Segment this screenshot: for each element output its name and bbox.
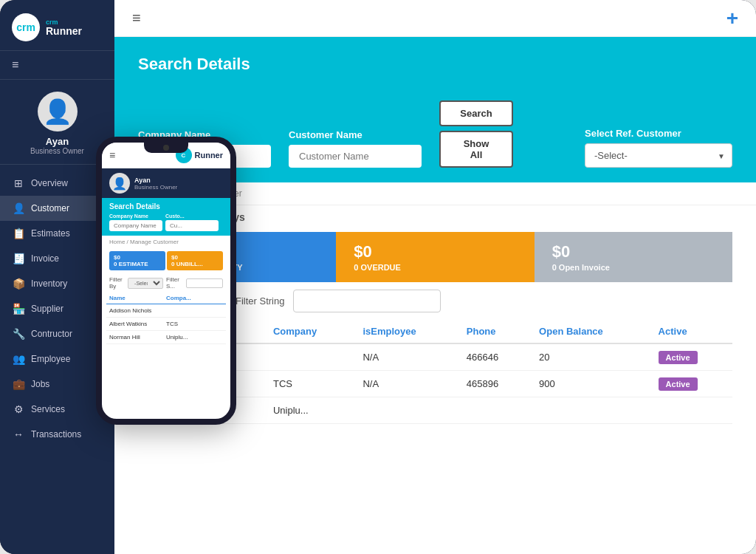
customer-name-label: Customer Name [289, 129, 422, 140]
sidebar-item-label: Inventory [31, 278, 67, 289]
cell-balance-2 [530, 397, 649, 424]
phone-filter-str-label: Filter S... [166, 276, 183, 290]
stat-box-open-invoice: $0 0 Open Invoice [535, 232, 732, 282]
phone-menu-icon[interactable]: ≡ [109, 149, 115, 161]
sidebar-hamburger[interactable]: ≡ [0, 51, 114, 80]
cell-isemployee-0: N/A [354, 343, 457, 371]
phone-table-row[interactable]: Norman Hill Uniplu... [106, 331, 226, 344]
phone-logo-text: Runner [195, 151, 224, 160]
logo-runner-label: Runner [46, 26, 82, 36]
stat-box-overdue: $0 0 OVERDUE [336, 232, 534, 282]
phone-filter-select[interactable]: -Select- [128, 278, 163, 289]
col-header-phone: Phone [458, 320, 530, 343]
phone-col-name: Name [109, 295, 166, 301]
employee-icon: 👥 [12, 353, 25, 365]
search-buttons: Search Show All [439, 100, 513, 168]
search-button[interactable]: Search [439, 100, 513, 126]
supplier-icon: 🏪 [12, 303, 25, 315]
phone-stat-unbilled: $0 0 UNBILL... [167, 251, 223, 270]
phone-filter-by-label: Filter By [109, 276, 125, 290]
phone-company-input[interactable] [109, 220, 162, 231]
cell-isemployee-2 [354, 397, 457, 424]
tablet-background: crm crm Runner ≡ 👤 Ayan Business Owner ⊞… [0, 0, 756, 554]
add-button[interactable]: + [726, 7, 738, 30]
cell-active-2 [650, 397, 732, 424]
cell-phone-2 [458, 397, 530, 424]
profile-role: Business Owner [30, 147, 84, 155]
status-badge-0: Active [659, 351, 698, 364]
phone-cell-company-1: TCS [166, 321, 223, 327]
sidebar-item-transactions[interactable]: ↔ Transactions [0, 422, 114, 447]
stat-desc-open-invoice: 0 Open Invoice [552, 263, 610, 272]
phone-customer-input[interactable] [165, 220, 219, 231]
estimates-icon: 📋 [12, 228, 25, 239]
ref-customer-group: Select Ref. Customer -Select- [585, 128, 732, 168]
ref-customer-select[interactable]: -Select- [585, 143, 732, 168]
phone-cell-name-1: Albert Watkins [109, 321, 166, 327]
phone-stat-amount-1: $0 [171, 254, 219, 261]
avatar: 👤 [38, 92, 78, 131]
phone-cell-name-0: Addison Nichols [109, 307, 166, 314]
filter-string-input[interactable] [293, 290, 441, 312]
jobs-icon: 💼 [12, 378, 25, 390]
cell-isemployee-1: N/A [354, 371, 457, 397]
phone-col-company: Compa... [166, 295, 223, 301]
phone-stat-amount-0: $0 [114, 254, 161, 261]
logo-crm-text: crm [16, 21, 35, 33]
col-header-company: Company [264, 320, 354, 343]
status-badge-1: Active [659, 377, 698, 391]
cell-active-0: Active [650, 343, 732, 371]
cell-company-0 [264, 343, 354, 371]
filter-string-label: Filter String [236, 295, 284, 307]
ref-customer-select-wrapper: -Select- [585, 143, 732, 168]
stat-amount-overdue: $0 [354, 242, 371, 261]
invoice-icon: 🧾 [12, 253, 25, 264]
phone-stat-estimate: $0 0 ESTIMATE [109, 251, 165, 270]
col-header-open-balance: Open Balance [530, 320, 649, 343]
hamburger-icon[interactable]: ≡ [132, 10, 141, 27]
phone-cell-company-2: Uniplu... [166, 334, 223, 341]
sidebar-item-label: Services [31, 404, 65, 414]
cell-balance-0: 20 [530, 343, 649, 371]
phone-avatar: 👤 [109, 173, 130, 194]
phone-screen: ≡ C Runner 👤 Ayan Business Owner Search … [102, 143, 230, 419]
cell-phone-0: 466646 [458, 343, 530, 371]
phone-filter-input[interactable] [186, 278, 223, 288]
phone-profile-role: Business Owner [134, 184, 177, 191]
cell-company-1: TCS [264, 371, 354, 397]
overview-icon: ⊞ [12, 177, 25, 189]
logo-text: crm Runner [46, 18, 82, 36]
phone-table-row[interactable]: Addison Nichols [106, 304, 226, 318]
sidebar-item-label: Contructor [31, 329, 72, 339]
phone-search-title: Search Details [109, 202, 223, 211]
customer-icon: 👤 [12, 202, 25, 214]
sidebar-logo: crm crm Runner [0, 0, 114, 51]
sidebar-item-label: Invoice [31, 253, 59, 264]
inventory-icon: 📦 [12, 278, 25, 290]
customer-name-input[interactable] [289, 145, 422, 168]
transactions-icon: ↔ [12, 428, 25, 440]
phone-filter-row: Filter By -Select- Filter S... [102, 273, 230, 293]
ref-customer-label: Select Ref. Customer [585, 128, 732, 139]
phone-profile-bar: 👤 Ayan Business Owner [102, 168, 230, 198]
show-all-button[interactable]: Show All [439, 131, 513, 168]
phone-breadcrumb: Home / Manage Customer [102, 236, 230, 248]
avatar-icon: 👤 [43, 98, 72, 126]
phone-overlay: ≡ C Runner 👤 Ayan Business Owner Search … [96, 137, 236, 425]
phone-table: Name Compa... Addison Nichols Albert Wat… [102, 293, 230, 344]
search-details-title: Search Details [138, 55, 732, 74]
phone-table-header: Name Compa... [106, 293, 226, 304]
phone-company-col: Company Name [109, 213, 162, 231]
phone-customer-col: Custo... [165, 213, 219, 231]
customer-name-group: Customer Name [289, 129, 422, 168]
phone-search-banner: Search Details Company Name Custo... [102, 198, 230, 236]
phone-profile-name: Ayan [134, 177, 177, 184]
phone-company-label: Company Name [109, 213, 162, 219]
phone-customer-label: Custo... [165, 213, 219, 219]
profile-name: Ayan [46, 136, 69, 147]
cell-phone-1: 465896 [458, 371, 530, 397]
phone-table-row[interactable]: Albert Watkins TCS [106, 318, 226, 331]
phone-cell-name-2: Norman Hill [109, 334, 166, 341]
phone-stat-desc-0: 0 ESTIMATE [114, 261, 161, 267]
phone-cell-company-0 [166, 307, 223, 314]
